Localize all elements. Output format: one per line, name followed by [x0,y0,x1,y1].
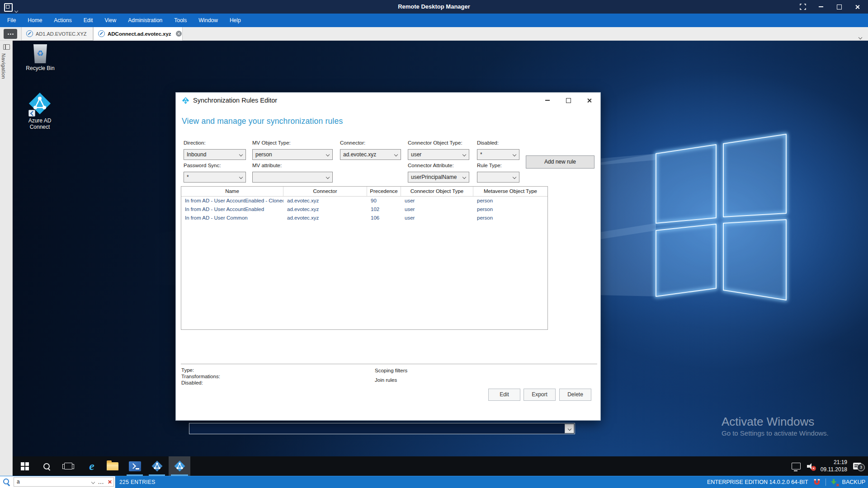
menu-help[interactable]: Help [224,14,247,27]
column-header-name[interactable]: Name [181,187,283,196]
combo-dropdown-icon[interactable] [565,424,574,433]
search-options-icon[interactable]: ... [98,480,104,484]
select-mv-attribute[interactable] [252,172,333,183]
navigation-label: Navigation [1,53,6,79]
table-row[interactable]: In from AD - User Common ad.evotec.xyz 1… [181,214,547,222]
menu-bar: File Home Actions Edit View Administrati… [0,14,868,27]
menu-administration[interactable]: Administration [122,14,168,27]
dialog-maximize-button[interactable] [561,95,575,106]
column-header-precedence[interactable]: Precedence [367,187,401,196]
taskbar-clock[interactable]: 21:19 09.11.2018 [821,459,847,473]
activate-windows-watermark: Activate Windows Go to Settings to activ… [722,415,829,438]
select-password-sync[interactable]: * [184,172,246,183]
select-direction[interactable]: Inbound [184,149,246,160]
navigation-sidebar[interactable]: Navigation [0,41,13,476]
dialog-titlebar[interactable]: Synchronization Rules Editor [176,93,600,108]
rdm-status-bar: a ... 225 ENTRIES ENTERPRISE EDITION 14.… [0,476,868,488]
filter-label-direction: Direction: [184,140,206,145]
select-connector-object-type[interactable]: user [408,149,469,160]
tab-label: AD1.AD.EVOTEC.XYZ [36,31,86,37]
search-clear-icon[interactable] [108,480,112,484]
entries-count: 225 ENTRIES [119,476,156,488]
search-dropdown-icon[interactable] [91,480,95,483]
details-separator [181,364,597,364]
menu-tools[interactable]: Tools [168,14,193,27]
tab-ad1[interactable]: AD1.AD.EVOTEC.XYZ [21,27,93,41]
search-value: a [17,479,20,485]
dialog-close-button[interactable] [582,95,596,106]
select-rule-type[interactable] [477,172,519,183]
rules-table[interactable]: Name Connector Precedence Connector Obje… [181,186,548,330]
taskbar-internet-explorer[interactable]: e [81,456,102,476]
menu-home[interactable]: Home [22,14,48,27]
menu-window[interactable]: Window [193,14,224,27]
taskbar-azure-ad-connect-2[interactable] [169,456,190,476]
add-new-rule-button[interactable]: Add new rule [526,155,594,169]
status-search-input[interactable]: a ... [14,477,114,487]
fullscreen-icon [800,4,806,10]
column-header-connector-object-type[interactable]: Connector Object Type [401,187,473,196]
status-search-area: a ... [0,476,115,488]
table-cell: In from AD - User AccountEnabled [181,205,283,214]
menu-file[interactable]: File [1,14,22,27]
taskbar-azure-ad-connect-1[interactable] [146,456,167,476]
sync-rules-editor-dialog: Synchronization Rules Editor View and ma… [175,92,601,421]
select-disabled[interactable]: * [477,149,519,160]
export-button[interactable]: Export [524,389,556,401]
delete-button[interactable]: Delete [559,389,591,401]
background-window-combobox[interactable] [189,423,575,434]
backup-status-icon[interactable] [830,479,838,486]
detail-label-transformations: Transformations: [181,373,220,380]
icon-label: Recycle Bin [26,65,54,71]
filter-label-disabled: Disabled: [477,140,499,145]
desktop-icon-azure-ad-connect[interactable]: Azure AD Connect [18,91,61,130]
fullscreen-button[interactable] [794,0,812,14]
tab-list-caret-icon[interactable] [859,33,862,41]
menu-edit[interactable]: Edit [78,14,99,27]
close-button[interactable] [848,0,866,14]
desktop-icon-recycle-bin[interactable]: ♻ Recycle Bin [19,44,61,71]
filter-label-rule-type: Rule Type: [477,163,502,168]
menu-view[interactable]: View [99,14,122,27]
table-cell: 106 [367,214,401,222]
session-icon [98,30,105,37]
table-cell: 102 [367,205,401,214]
select-connector[interactable]: ad.evotec.xyz [340,149,401,160]
taskbar-powershell[interactable] [124,456,145,476]
menu-actions[interactable]: Actions [48,14,77,27]
maximize-button[interactable] [830,0,848,14]
file-explorer-icon [107,462,118,470]
start-button[interactable] [14,456,35,476]
taskbar-search-button[interactable] [36,456,57,476]
search-icon [43,463,50,469]
dialog-minimize-button[interactable] [541,95,554,106]
table-cell: ad.evotec.xyz [283,214,367,222]
shortcut-arrow-icon [28,110,35,117]
filter-label-mv-object-type: MV Object Type: [252,140,291,145]
edit-button[interactable]: Edit [488,389,520,401]
select-mv-object-type[interactable]: person [252,149,333,160]
column-header-connector[interactable]: Connector [283,187,367,196]
table-cell: In from AD - User AccountEnabled - Clone… [181,197,283,205]
task-view-button[interactable] [58,456,79,476]
table-row[interactable]: In from AD - User AccountEnabled ad.evot… [181,205,547,214]
taskbar-file-explorer[interactable] [102,456,123,476]
table-header[interactable]: Name Connector Precedence Connector Obje… [181,187,547,197]
table-row[interactable]: In from AD - User AccountEnabled - Clone… [181,197,547,205]
network-tray-icon[interactable] [788,456,804,476]
window-controls [794,0,866,14]
minimize-button[interactable] [812,0,830,14]
action-center-button[interactable]: 3 [848,456,866,476]
volume-muted-tray-icon[interactable] [803,456,818,476]
internet-explorer-icon: e [89,460,94,472]
tab-adconnect[interactable]: ADConnect.ad.evotec.xyz [93,27,183,41]
table-cell: ad.evotec.xyz [283,197,367,205]
backup-label[interactable]: BACKUP [842,479,865,485]
navigation-toggle-button[interactable] [4,29,17,39]
select-connector-attribute[interactable]: userPrincipalName [408,172,469,183]
notification-badge: 3 [857,464,865,471]
tab-close-icon[interactable] [176,31,182,37]
magnet-icon[interactable] [813,478,821,486]
column-header-metaverse-object-type[interactable]: Metaverse Object Type [473,187,547,196]
table-cell: user [401,197,473,205]
